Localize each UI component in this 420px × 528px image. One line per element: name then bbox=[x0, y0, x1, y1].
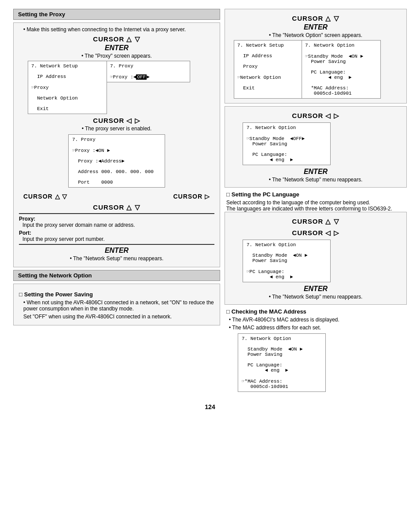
proxy-desc: Input the proxy server domain name or ad… bbox=[22, 222, 214, 228]
mac-bullet2: • The MAC address differs for each set. bbox=[229, 325, 407, 331]
mac-checkbox-row: □ Checking the MAC Address bbox=[226, 308, 405, 315]
right-screen4: 7. Network Option Standby Mode ◄ON ► Pow… bbox=[238, 333, 326, 392]
right-section3: CURSOR △ ▽ CURSOR ◁ ▷ 7. Network Option … bbox=[225, 212, 407, 305]
power-saving-bullet2: Set "OFF" when using the AVR-4806CI conn… bbox=[23, 314, 214, 320]
power-saving-checkbox-row: □ Setting the Power Saving bbox=[19, 291, 214, 298]
pc-lang-checkbox-row: □ Setting the PC Language bbox=[226, 191, 405, 198]
proxy-note2: • The proxy server is enabled. bbox=[19, 126, 214, 132]
right-section2: CURSOR ◁ ▷ 7. Network Option ☞Standby Mo… bbox=[225, 106, 407, 188]
proxy-cursor1: CURSOR △ ▽ bbox=[19, 35, 214, 43]
right-cursor1: CURSOR △ ▽ bbox=[229, 15, 402, 22]
right-screen2: 7. Network Option ☞Standby Mode ◄OFF► Po… bbox=[243, 122, 331, 165]
proxy-divider bbox=[19, 213, 214, 214]
pc-lang-label: Setting the PC Language bbox=[232, 191, 299, 198]
pc-lang-checkbox: □ bbox=[226, 191, 230, 198]
proxy-cursor3c: CURSOR △ ▽ bbox=[19, 203, 214, 211]
right-column: CURSOR △ ▽ ENTER • The "Network Option" … bbox=[225, 9, 407, 395]
power-saving-bullet1: • When not using the AVR-4806CI connecte… bbox=[23, 299, 214, 312]
right-note2: • The "Network Setup" menu reappears. bbox=[229, 177, 402, 183]
proxy-screen1: 7. Network Setup IP Address ☞Proxy Netwo… bbox=[28, 61, 206, 114]
right-screen1-main: 7. Network Setup IP Address Proxy ☞Netwo… bbox=[234, 40, 302, 99]
proxy-cursor3b: CURSOR ▷ bbox=[173, 193, 210, 200]
port-label: Port: bbox=[19, 230, 214, 236]
proxy-bullet1: • Make this setting when connecting to t… bbox=[23, 26, 214, 33]
right-cursor3b: CURSOR ◁ ▷ bbox=[229, 229, 402, 237]
pc-lang-text2: The languages are indicated with three l… bbox=[226, 206, 405, 212]
proxy-enter1: ENTER bbox=[19, 44, 214, 52]
proxy-title: Setting the Proxy bbox=[18, 11, 65, 18]
network-option-section: □ Setting the Power Saving • When not us… bbox=[13, 284, 220, 325]
page-number: 124 bbox=[205, 403, 215, 410]
proxy-section-header: Setting the Proxy bbox=[13, 9, 220, 20]
right-screen1-popup: 7. Network Option ☞Standby Mode ◄ON ► Po… bbox=[302, 40, 381, 99]
network-option-header: Setting the Network Option bbox=[13, 270, 220, 281]
right-cursor3a: CURSOR △ ▽ bbox=[292, 218, 339, 225]
port-desc: Input the proxy server port number. bbox=[22, 236, 214, 242]
proxy-cursor3-row: CURSOR △ ▽ CURSOR ▷ bbox=[19, 190, 214, 201]
right-cursor2: CURSOR ◁ ▷ bbox=[229, 112, 402, 120]
power-saving-label: Setting the Power Saving bbox=[24, 291, 93, 298]
right-section1: CURSOR △ ▽ ENTER • The "Network Option" … bbox=[225, 9, 407, 103]
right-enter2: ENTER bbox=[229, 168, 402, 176]
right-note1: • The "Network Option" screen appears. bbox=[229, 32, 402, 38]
proxy-screen2: 7. Proxy ☞Proxy :◄ON ► Proxy :◄Address► … bbox=[68, 134, 165, 188]
proxy-screen1-main: 7. Network Setup IP Address ☞Proxy Netwo… bbox=[28, 61, 107, 114]
proxy-note3: • The "Network Setup" menu reappears. bbox=[19, 255, 214, 262]
proxy-note1: • The "Proxy" screen appears. bbox=[19, 53, 214, 59]
proxy-section: • Make this setting when connecting to t… bbox=[13, 22, 220, 267]
right-enter3: ENTER bbox=[229, 285, 402, 293]
mac-label: Checking the MAC Address bbox=[232, 308, 306, 315]
pc-lang-text1: Select according to the language of the … bbox=[226, 199, 405, 206]
proxy-enter2: ENTER bbox=[19, 247, 214, 255]
right-screen1-pair: 7. Network Setup IP Address Proxy ☞Netwo… bbox=[234, 40, 398, 99]
right-enter1: ENTER bbox=[229, 23, 402, 31]
power-saving-checkbox: □ bbox=[19, 291, 22, 298]
proxy-cursor2: CURSOR ◁ ▷ bbox=[19, 117, 214, 125]
network-option-title: Setting the Network Option bbox=[18, 272, 92, 279]
proxy-screen1-popup: 7. Proxy ☞Proxy :◄OFF► bbox=[107, 61, 190, 82]
mac-bullet1: • The AVR-4806CI's MAC address is displa… bbox=[229, 317, 407, 323]
main-content: Setting the Proxy • Make this setting wh… bbox=[13, 9, 407, 395]
proxy-cursor3a: CURSOR △ ▽ bbox=[23, 193, 67, 200]
left-column: Setting the Proxy • Make this setting wh… bbox=[13, 9, 220, 395]
right-screen3: 7. Network Option Standby Mode ◄ON ► Pow… bbox=[243, 240, 331, 282]
page: Setting the Proxy • Make this setting wh… bbox=[0, 0, 420, 419]
proxy-divider2 bbox=[19, 244, 214, 245]
mac-checkbox: □ bbox=[226, 308, 230, 315]
proxy-label: Proxy: bbox=[19, 216, 214, 222]
right-note3: • The "Network Setup" menu reappears. bbox=[229, 294, 402, 300]
right-cursor3-row: CURSOR △ ▽ bbox=[229, 215, 402, 226]
